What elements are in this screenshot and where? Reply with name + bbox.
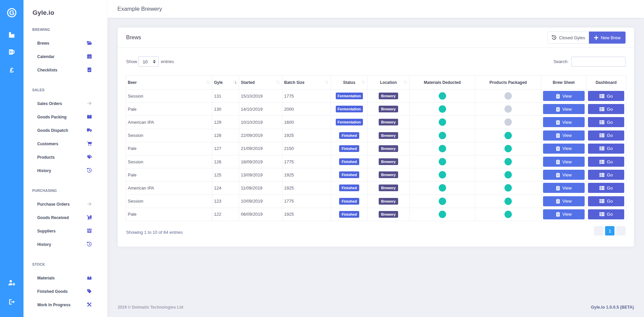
svg-text:G: G	[9, 9, 14, 16]
